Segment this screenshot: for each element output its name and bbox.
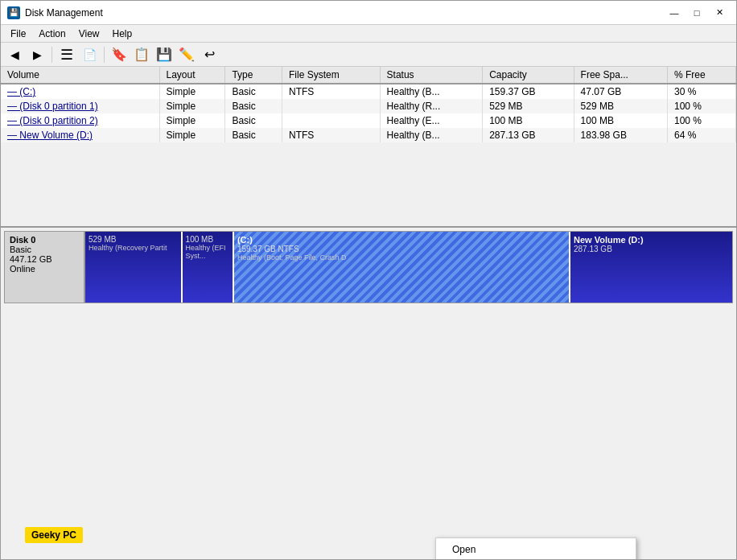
cell-volume[interactable]: — (C:) bbox=[1, 84, 159, 99]
cell-status: Healthy (B... bbox=[380, 84, 483, 99]
partition-efi-status: Healthy (EFI Syst... bbox=[186, 244, 229, 260]
toolbar-back[interactable]: ◀ bbox=[4, 45, 25, 64]
close-button[interactable]: ✕ bbox=[709, 4, 730, 22]
toolbar-btn5[interactable]: 💾 bbox=[154, 45, 175, 64]
partition-efi-size: 100 MB bbox=[186, 235, 229, 244]
partition-recovery-status: Healthy (Recovery Partit bbox=[89, 244, 178, 252]
toolbar-btn7[interactable]: ↩ bbox=[199, 45, 220, 64]
cell-capacity: 100 MB bbox=[483, 113, 574, 128]
toolbar-forward[interactable]: ▶ bbox=[27, 45, 47, 64]
toolbar-btn4[interactable]: 📋 bbox=[131, 45, 152, 64]
cell-free: 529 MB bbox=[574, 99, 667, 113]
toolbar-btn2[interactable]: 📄 bbox=[79, 45, 100, 64]
partition-efi[interactable]: 100 MB Healthy (EFI Syst... bbox=[183, 232, 234, 303]
toolbar-btn3[interactable]: 🔖 bbox=[109, 45, 130, 64]
cell-capacity: 529 MB bbox=[483, 99, 574, 113]
cell-free: 183.98 GB bbox=[574, 128, 667, 142]
volume-table: Volume Layout Type File System Status Ca… bbox=[1, 67, 736, 142]
table-area: Volume Layout Type File System Status Ca… bbox=[1, 67, 736, 228]
cell-filesystem bbox=[282, 113, 381, 128]
col-freespace[interactable]: Free Spa... bbox=[574, 67, 667, 84]
col-type[interactable]: Type bbox=[225, 67, 282, 84]
cell-status: Healthy (B... bbox=[380, 128, 483, 142]
menu-action[interactable]: Action bbox=[32, 27, 72, 41]
cell-pct: 64 % bbox=[668, 128, 736, 142]
main-content: Volume Layout Type File System Status Ca… bbox=[1, 67, 736, 559]
cell-volume[interactable]: — (Disk 0 partition 1) bbox=[1, 99, 159, 113]
col-status[interactable]: Status bbox=[380, 67, 483, 84]
cell-filesystem bbox=[282, 99, 381, 113]
cell-status: Healthy (R... bbox=[380, 99, 483, 113]
disk-0-partitions: 529 MB Healthy (Recovery Partit 100 MB H… bbox=[84, 231, 733, 303]
title-bar-left: 💾 Disk Management bbox=[7, 6, 103, 19]
cell-type: Basic bbox=[225, 84, 282, 99]
cell-volume[interactable]: — New Volume (D:) bbox=[1, 128, 159, 142]
cell-layout: Simple bbox=[159, 128, 225, 142]
cell-layout: Simple bbox=[159, 113, 225, 128]
table-row[interactable]: — New Volume (D:) Simple Basic NTFS Heal… bbox=[1, 128, 736, 142]
window-title: Disk Management bbox=[25, 7, 103, 19]
table-header-row: Volume Layout Type File System Status Ca… bbox=[1, 67, 736, 84]
title-bar-buttons: — □ ✕ bbox=[664, 4, 730, 22]
cell-free: 100 MB bbox=[574, 113, 667, 128]
cell-type: Basic bbox=[225, 128, 282, 142]
cell-filesystem: NTFS bbox=[282, 128, 381, 142]
col-volume[interactable]: Volume bbox=[1, 67, 159, 84]
cell-capacity: 159.37 GB bbox=[483, 84, 574, 99]
cell-volume[interactable]: — (Disk 0 partition 2) bbox=[1, 113, 159, 128]
minimize-button[interactable]: — bbox=[664, 4, 685, 22]
partition-d[interactable]: New Volume (D:) 287.13 GB bbox=[570, 232, 732, 303]
maximize-button[interactable]: □ bbox=[686, 4, 707, 22]
title-bar: 💾 Disk Management — □ ✕ bbox=[1, 1, 736, 25]
cell-type: Basic bbox=[225, 113, 282, 128]
window: 💾 Disk Management — □ ✕ File Action View… bbox=[0, 0, 737, 560]
partition-d-size: 287.13 GB bbox=[574, 245, 729, 253]
col-layout[interactable]: Layout bbox=[159, 67, 225, 84]
cell-free: 47.07 GB bbox=[574, 84, 667, 99]
cell-capacity: 287.13 GB bbox=[483, 128, 574, 142]
partition-recovery-size: 529 MB bbox=[89, 235, 178, 244]
cell-layout: Simple bbox=[159, 84, 225, 99]
disk-map-area: Disk 0 Basic 447.12 GB Online 529 MB Hea… bbox=[1, 228, 736, 559]
cell-status: Healthy (E... bbox=[380, 113, 483, 128]
cell-layout: Simple bbox=[159, 99, 225, 113]
disk-0-row: Disk 0 Basic 447.12 GB Online 529 MB Hea… bbox=[4, 231, 733, 303]
menu-file[interactable]: File bbox=[4, 27, 32, 41]
context-menu: OpenExploreMark Partition as ActiveChang… bbox=[435, 537, 636, 559]
col-filesystem[interactable]: File System bbox=[282, 67, 381, 84]
disk-0-name: Disk 0 bbox=[10, 235, 79, 245]
cell-pct: 100 % bbox=[668, 113, 736, 128]
toolbar-btn1[interactable]: ☰ bbox=[56, 45, 77, 64]
disk-management-icon: 💾 bbox=[7, 6, 20, 19]
cell-pct: 30 % bbox=[668, 84, 736, 99]
col-capacity[interactable]: Capacity bbox=[483, 67, 574, 84]
cell-pct: 100 % bbox=[668, 99, 736, 113]
cell-type: Basic bbox=[225, 99, 282, 113]
menu-bar: File Action View Help bbox=[1, 25, 736, 43]
partition-c[interactable]: (C:) 159.37 GB NTFS Healthy (Boot, Page … bbox=[234, 232, 570, 303]
toolbar: ◀ ▶ ☰ 📄 🔖 📋 💾 ✏️ ↩ bbox=[1, 43, 736, 67]
table-row[interactable]: — (Disk 0 partition 1) Simple Basic Heal… bbox=[1, 99, 736, 113]
disk-0-type: Basic bbox=[10, 245, 79, 254]
partition-d-label: New Volume (D:) bbox=[574, 235, 729, 245]
toolbar-sep-1 bbox=[51, 47, 52, 63]
cell-filesystem: NTFS bbox=[282, 84, 381, 99]
context-menu-item-open[interactable]: Open bbox=[436, 540, 636, 559]
menu-help[interactable]: Help bbox=[106, 27, 139, 41]
disk-0-status: Online bbox=[10, 264, 79, 274]
watermark: Geeky PC bbox=[25, 527, 83, 543]
partition-c-label: (C:) bbox=[237, 235, 566, 245]
table-row[interactable]: — (Disk 0 partition 2) Simple Basic Heal… bbox=[1, 113, 736, 128]
disk-0-size: 447.12 GB bbox=[10, 254, 79, 264]
toolbar-btn6[interactable]: ✏️ bbox=[176, 45, 197, 64]
partition-c-status: Healthy (Boot, Page File, Crash D bbox=[237, 253, 566, 261]
disk-0-label: Disk 0 Basic 447.12 GB Online bbox=[4, 231, 84, 303]
toolbar-sep-2 bbox=[104, 47, 105, 63]
table-row[interactable]: — (C:) Simple Basic NTFS Healthy (B... 1… bbox=[1, 84, 736, 99]
menu-view[interactable]: View bbox=[72, 27, 106, 41]
partition-c-size: 159.37 GB NTFS bbox=[237, 245, 566, 253]
partition-recovery[interactable]: 529 MB Healthy (Recovery Partit bbox=[85, 232, 183, 303]
col-pctfree[interactable]: % Free bbox=[668, 67, 736, 84]
